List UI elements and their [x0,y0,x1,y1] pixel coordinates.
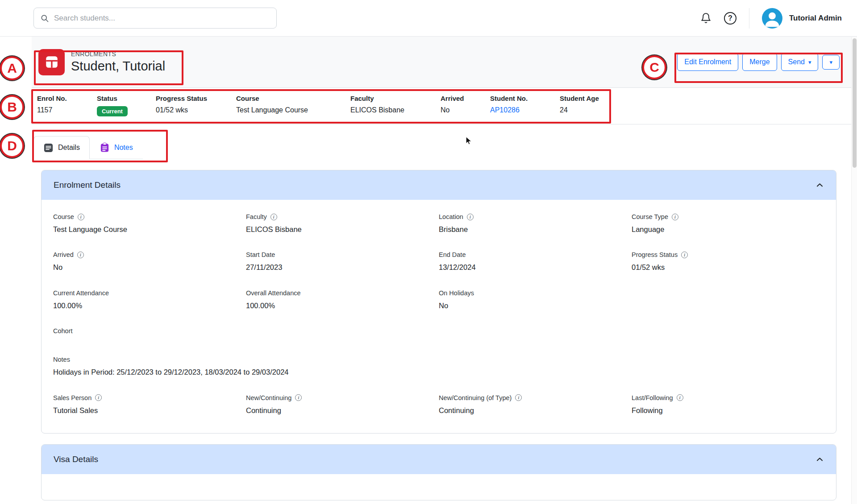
info-icon[interactable]: i [77,252,84,258]
page-scrollbar [851,37,857,504]
info-icon[interactable]: i [681,252,688,258]
enrolment-details-card-body: Course i Test Language Course Faculty i … [42,200,836,433]
enrolment-details-fields: Course i Test Language Course Faculty i … [53,213,824,432]
info-icon[interactable]: i [95,394,102,401]
field-cohort: Cohort [53,327,824,339]
topbar-divider [749,8,749,29]
info-icon[interactable]: i [270,214,277,220]
field-empty [632,289,824,310]
notifications-bell-icon[interactable] [700,12,711,24]
header-text: ENROLMENTS Student, Tutorial [71,50,165,74]
field-start-date: Start Date 27/11/2023 [246,251,439,272]
info-icon[interactable]: i [467,214,474,220]
field-course-type: Course Type i Language [632,213,824,234]
info-icon[interactable]: i [515,394,522,401]
content: Details Notes Enrolment Details [32,124,857,500]
tab-details[interactable]: Details [33,136,90,159]
enrolment-summary-bar: Enrol No. 1157 Status Current Progress S… [32,87,857,124]
visa-details-card-body [42,474,836,500]
student-no-link[interactable]: AP10286 [490,106,520,114]
avatar [762,8,782,29]
more-actions-dropdown-button[interactable]: ▾ [822,55,840,70]
summary-item-course: Course Test Language Course [236,95,350,116]
search-icon [40,14,49,23]
send-caret-icon: ▾ [808,59,811,65]
field-on-holidays: On Holidays No [439,289,632,310]
visa-details-card: Visa Details [41,444,836,500]
field-new-continuing: New/Continuing i Continuing [246,394,439,415]
send-button[interactable]: Send ▾ [781,53,819,70]
search-input[interactable] [54,14,270,23]
annotation-letter-a: A [0,56,24,80]
field-arrived: Arrived i No [53,251,246,272]
page-title: Student, Tutorial [71,59,165,74]
summary-item-arrived: Arrived No [441,95,490,116]
user-menu[interactable]: Tutorial Admin [762,8,842,29]
field-course: Course i Test Language Course [53,213,246,234]
page-header: ENROLMENTS Student, Tutorial Edit Enrolm… [32,37,857,87]
enrolments-app-icon [38,49,65,75]
collapse-chevron-icon[interactable] [815,181,824,190]
details-tab-icon [43,143,54,153]
collapse-chevron-icon[interactable] [815,455,824,464]
summary-item-status: Status Current [97,95,156,116]
enrolment-details-card-header[interactable]: Enrolment Details [42,170,836,200]
user-name: Tutorial Admin [789,14,842,23]
field-notes: Notes Holidays in Period: 25/12/2023 to … [53,356,824,377]
field-last-following: Last/Following i Following [632,394,824,415]
help-icon[interactable]: ? [724,12,736,25]
tab-bar: Details Notes [33,136,143,159]
annotation-letter-d: D [0,134,24,158]
scrollbar-thumb[interactable] [853,38,857,168]
info-icon[interactable]: i [295,394,302,401]
student-search-box[interactable] [33,8,277,29]
field-location: Location i Brisbane [439,213,632,234]
info-icon[interactable]: i [677,394,683,401]
tab-notes[interactable]: Notes [90,136,143,159]
field-current-attendance: Current Attendance 100.00% [53,289,246,310]
info-icon[interactable]: i [78,214,84,220]
enrolment-details-card: Enrolment Details Course i Test Language… [41,170,836,434]
edit-enrolment-button[interactable]: Edit Enrolment [677,53,738,70]
info-icon[interactable]: i [672,214,678,220]
field-overall-attendance: Overall Attendance 100.00% [246,289,439,310]
field-progress-status: Progress Status i 01/52 wks [632,251,824,272]
card-title: Visa Details [54,454,98,464]
annotation-letter-b: B [0,95,24,119]
summary-item-faculty: Faculty ELICOS Bisbane [350,95,441,116]
status-badge: Current [97,106,128,116]
field-sales-person: Sales Person i Tutorial Sales [53,394,246,415]
field-end-date: End Date 13/12/2024 [439,251,632,272]
field-new-continuing-of-type: New/Continuing (of Type) i Continuing [439,394,632,415]
module-eyebrow: ENROLMENTS [71,50,165,58]
notes-tab-icon [100,142,110,153]
summary-item-student-no: Student No. AP10286 [490,95,560,116]
summary-item-enrol-no: Enrol No. 1157 [37,95,97,116]
card-title: Enrolment Details [54,180,121,190]
main-area: ENROLMENTS Student, Tutorial Edit Enrolm… [32,37,857,500]
summary-item-progress-status: Progress Status 01/52 wks [156,95,236,116]
summary-item-student-age: Student Age 24 [560,95,603,116]
topbar-right: ? Tutorial Admin [700,8,842,29]
dropdown-caret-icon: ▾ [829,59,832,65]
visa-details-card-header[interactable]: Visa Details [42,445,836,474]
merge-button[interactable]: Merge [742,53,777,70]
header-actions: Edit Enrolment Merge Send ▾ ▾ [677,53,840,70]
topbar: ? Tutorial Admin [0,0,857,37]
field-faculty: Faculty i ELICOS Bisbane [246,213,439,234]
